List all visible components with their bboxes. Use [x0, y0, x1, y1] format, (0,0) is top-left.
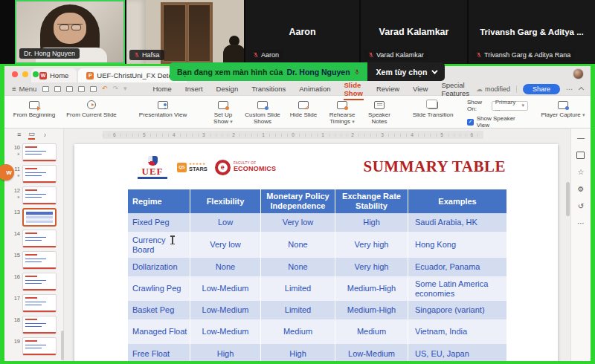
player-capture-button[interactable]: Player Capture ▾: [533, 99, 593, 118]
show-speaker-view-checkbox[interactable]: ✓: [467, 119, 474, 126]
menu-item-transitions[interactable]: Transitions: [245, 83, 292, 94]
more-commands-icon[interactable]: ▾: [123, 85, 127, 92]
save-icon[interactable]: [54, 86, 61, 92]
table-cell[interactable]: Saudi Arabia, HK: [408, 213, 506, 232]
panel-collapse-icon[interactable]: ›: [44, 131, 46, 139]
share-button[interactable]: Share: [523, 84, 560, 94]
video-tile-trivansh-aditya[interactable]: Trivansh Garg & Aditya ... Trivansh Garg…: [469, 0, 595, 64]
favorites-icon[interactable]: ☆: [578, 169, 585, 176]
video-tile-aaron[interactable]: Aaron Aaron: [245, 0, 359, 64]
account-avatar[interactable]: [573, 68, 584, 79]
slide-thumbnail-item-12[interactable]: 12★: [4, 186, 63, 205]
table-header-cell[interactable]: Monetary Policy Independence: [260, 189, 335, 213]
menu-item-review[interactable]: Review: [370, 83, 406, 94]
rehearse-timings-button[interactable]: Rehearse Timings ▾: [324, 99, 361, 126]
slide-title[interactable]: SUMMARY TABLE: [364, 157, 506, 176]
table-cell[interactable]: Basket Peg: [128, 301, 190, 319]
menu-item-special-features[interactable]: Special Features: [434, 79, 475, 99]
table-cell[interactable]: Low-Medium: [335, 344, 408, 361]
slide-thumbnail-item-16[interactable]: 16: [4, 273, 63, 291]
table-cell[interactable]: Dollarization: [128, 258, 190, 276]
video-tile-varad-kalamkar[interactable]: Varad Kalamkar Varad Kalamkar: [361, 0, 467, 64]
settings-icon[interactable]: ⚙: [578, 186, 585, 193]
history-icon[interactable]: ↺: [578, 203, 584, 210]
menu-item-insert[interactable]: Insert: [178, 83, 210, 94]
minimize-panel-icon[interactable]: —: [577, 134, 585, 142]
more-tools-icon[interactable]: ⋯: [577, 220, 585, 227]
slide-thumbnail-item-19[interactable]: 19: [4, 337, 63, 356]
table-cell[interactable]: Currency Board: [128, 232, 190, 258]
from-beginning-button[interactable]: From Beginning: [13, 99, 56, 118]
view-options-button[interactable]: Xem tùy chọn: [367, 62, 446, 81]
table-cell[interactable]: None: [260, 232, 335, 258]
collapse-ribbon-icon[interactable]: [579, 87, 584, 92]
hide-slide-button[interactable]: Hide Slide: [285, 99, 322, 118]
table-cell[interactable]: Ecuador, Panama: [408, 258, 506, 276]
speaker-notes-button[interactable]: Speaker Notes: [362, 99, 396, 126]
slide-thumbnail-item-13[interactable]: 13: [4, 208, 63, 227]
menu-item-animation[interactable]: Animation: [292, 83, 337, 94]
presentation-view-button[interactable]: Presentation View: [127, 99, 199, 118]
close-window-button[interactable]: [12, 71, 18, 77]
table-cell[interactable]: Managed Float: [128, 319, 190, 344]
table-cell[interactable]: Crawling Peg: [128, 276, 190, 301]
more-options-icon[interactable]: ⋯: [566, 85, 573, 93]
slide-transition-button[interactable]: Slide Transition: [404, 99, 462, 118]
table-cell[interactable]: Limited: [260, 276, 335, 301]
table-cell[interactable]: None: [260, 258, 335, 276]
maximize-window-button[interactable]: [33, 71, 39, 77]
table-cell[interactable]: Vietnam, India: [408, 319, 506, 344]
slide-thumbnail-item-10[interactable]: 10★: [4, 143, 63, 162]
print-icon[interactable]: [78, 86, 85, 92]
slide-view-icon[interactable]: ▭: [28, 131, 35, 140]
table-header-cell[interactable]: Regime: [128, 189, 190, 213]
table-cell[interactable]: US, EU, Japan: [408, 344, 506, 361]
table-cell[interactable]: Very low: [260, 213, 335, 232]
table-cell[interactable]: High: [335, 213, 408, 232]
table-cell[interactable]: Low: [190, 213, 260, 232]
slide-thumbnail-item-14[interactable]: 14: [4, 230, 63, 248]
table-cell[interactable]: Fixed Peg: [128, 213, 190, 232]
menu-item-design[interactable]: Design: [210, 83, 245, 94]
table-cell[interactable]: High: [260, 344, 335, 361]
slide-thumbnail-item-15[interactable]: 15: [4, 251, 63, 270]
export-pdf-icon[interactable]: [66, 86, 73, 92]
set-up-show-button[interactable]: Set Up Show ▾: [206, 99, 240, 126]
slide-thumbnail-item-17[interactable]: 17: [4, 294, 63, 313]
table-cell[interactable]: Medium: [260, 319, 335, 344]
open-file-icon[interactable]: [42, 86, 49, 92]
table-cell[interactable]: Low-Medium: [190, 319, 260, 344]
table-cell[interactable]: None: [190, 258, 260, 276]
table-cell[interactable]: Very high: [335, 232, 408, 258]
table-header-cell[interactable]: Flexibility: [190, 189, 260, 213]
main-menu-button[interactable]: ≡ Menu: [12, 85, 42, 93]
table-cell[interactable]: Free Float: [128, 344, 190, 361]
table-cell[interactable]: Medium-High: [335, 301, 408, 319]
panel-scrollbar[interactable]: [61, 331, 64, 360]
vertical-scrollbar[interactable]: [566, 182, 570, 216]
table-cell[interactable]: Very low: [190, 232, 260, 258]
minimize-window-button[interactable]: [22, 71, 28, 77]
table-cell[interactable]: Singapore (variant): [408, 301, 506, 319]
menu-item-view[interactable]: View: [406, 83, 434, 94]
menu-item-slide-show[interactable]: Slide Show: [338, 79, 370, 99]
from-current-slide-button[interactable]: From Current Slide: [57, 99, 126, 118]
table-cell[interactable]: Very high: [335, 258, 408, 276]
table-cell[interactable]: Low-Medium: [190, 301, 260, 319]
redo-icon[interactable]: ↷: [112, 85, 118, 92]
table-header-cell[interactable]: Examples: [408, 189, 506, 213]
table-cell[interactable]: Hong Kong: [408, 232, 506, 258]
slide-thumbnail-item-18[interactable]: 18: [4, 316, 63, 334]
custom-slide-shows-button[interactable]: Custom Slide Shows: [242, 99, 283, 126]
undo-icon[interactable]: ↶: [102, 85, 108, 92]
table-cell[interactable]: Low-Medium: [190, 276, 260, 301]
table-cell[interactable]: High: [190, 344, 260, 361]
show-on-select[interactable]: Primary ... ▾: [492, 101, 528, 111]
table-cell[interactable]: Medium: [335, 319, 408, 344]
shapes-panel-icon[interactable]: [578, 153, 585, 159]
slide-13[interactable]: UEF QS ★★★★★ STARS e: [74, 144, 558, 361]
print-preview-icon[interactable]: [90, 86, 97, 92]
table-cell[interactable]: Limited: [260, 301, 335, 319]
table-cell[interactable]: Medium-High: [335, 276, 408, 301]
video-tile-hafsa[interactable]: Hafsa: [126, 0, 244, 64]
